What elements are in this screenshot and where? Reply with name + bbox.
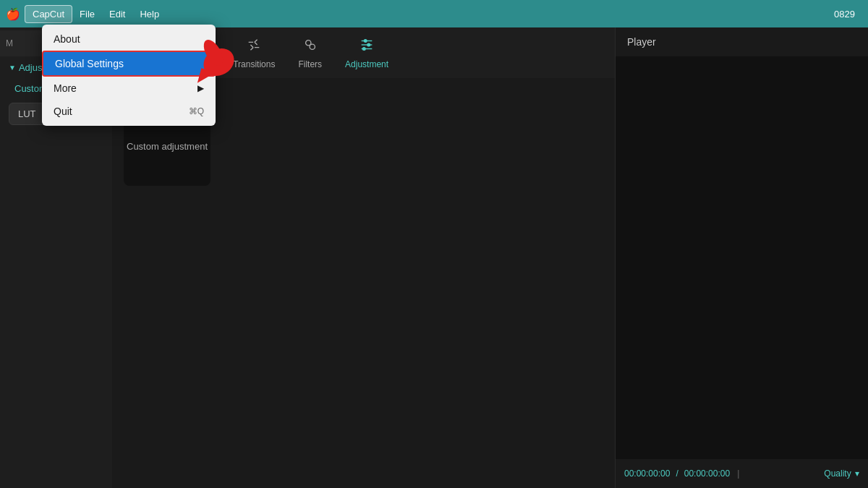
- player-footer: 00:00:00:00 / 00:00:00:00 | Quality ▾: [616, 459, 868, 488]
- svg-point-9: [364, 39, 367, 42]
- global-settings-menu-item[interactable]: Global Settings: [42, 51, 216, 77]
- svg-point-11: [363, 47, 366, 50]
- items-area: Customized Custom adjustment: [112, 78, 615, 488]
- more-menu-item[interactable]: More ▶: [42, 77, 216, 100]
- apple-menu-icon[interactable]: 🍎: [6, 7, 20, 21]
- transitions-icon: [246, 37, 262, 56]
- player-title: Player: [616, 27, 868, 56]
- version-display: 0829: [834, 9, 862, 20]
- player-panel: Player 00:00:00:00 / 00:00:00:00 | Quali…: [615, 27, 868, 488]
- svg-point-10: [367, 43, 370, 46]
- file-menu[interactable]: File: [72, 6, 102, 22]
- player-viewport: [616, 56, 868, 459]
- svg-point-5: [310, 44, 315, 49]
- player-current-time: 00:00:00:00: [624, 468, 670, 479]
- edit-menu[interactable]: Edit: [102, 6, 132, 22]
- filters-icon: [302, 37, 318, 56]
- section-collapse-arrow: ▼: [9, 64, 16, 72]
- capcut-dropdown-menu: About Global Settings More ▶ Quit ⌘Q: [42, 25, 216, 126]
- player-timecode-separator: /: [676, 468, 678, 479]
- capcut-menu[interactable]: CapCut: [25, 5, 72, 23]
- menubar: 🍎 CapCut File Edit Help 0829: [0, 0, 868, 27]
- about-menu-item[interactable]: About: [42, 27, 216, 51]
- help-menu[interactable]: Help: [132, 6, 166, 22]
- player-quality-selector[interactable]: Quality ▾: [824, 468, 859, 479]
- player-total-time: 00:00:00:00: [684, 468, 730, 479]
- content-main: Customized Custom adjustment: [112, 78, 615, 488]
- adjustment-icon: [359, 37, 375, 56]
- toolbar-transitions[interactable]: Transitions: [223, 31, 285, 75]
- toolbar-adjustment[interactable]: Adjustment: [335, 31, 399, 75]
- quality-dropdown-arrow: ▾: [855, 468, 859, 479]
- toolbar-filters[interactable]: Filters: [288, 31, 332, 75]
- more-submenu-arrow: ▶: [197, 83, 204, 93]
- quit-menu-item[interactable]: Quit ⌘Q: [42, 100, 216, 123]
- quit-shortcut: ⌘Q: [189, 106, 204, 116]
